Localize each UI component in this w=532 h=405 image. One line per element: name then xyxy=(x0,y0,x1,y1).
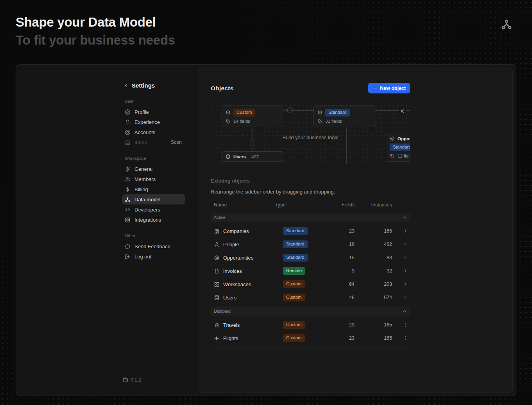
chat-icon xyxy=(125,244,131,249)
instances-count: 203 xyxy=(363,281,401,287)
row-action-button[interactable] xyxy=(401,281,410,287)
sidebar-item-members[interactable]: Members xyxy=(122,174,185,184)
object-row-flights[interactable]: FlightsCustom23165 xyxy=(211,332,410,345)
instances-count: 83 xyxy=(363,255,401,260)
row-action-button[interactable] xyxy=(401,255,410,260)
sidebar-section-label-other: Other xyxy=(125,233,185,238)
soon-badge: Soon xyxy=(171,140,182,145)
sidebar-item-profile[interactable]: Profile xyxy=(122,107,185,117)
sidebar-item-label: Integrations xyxy=(134,217,161,223)
settings-label: Settings xyxy=(132,82,155,89)
object-row-travels[interactable]: TravelsCustom23165 xyxy=(211,318,410,332)
fields-count: 23 xyxy=(336,322,363,328)
instances-count: 32 xyxy=(363,268,401,274)
object-row-workspaces[interactable]: WorkspacesCustom64203 xyxy=(211,278,410,291)
connector-line xyxy=(346,125,347,164)
table-divider xyxy=(211,347,410,348)
object-row-users[interactable]: UsersCustom46674 xyxy=(211,291,410,304)
sidebar-section-label-workspace: Workspace xyxy=(125,156,185,161)
panel-title: Objects xyxy=(211,85,233,92)
type-badge: Custom xyxy=(283,321,305,329)
tag-icon xyxy=(390,154,395,159)
chevron-right-icon xyxy=(403,255,408,260)
object-name: Opportunities xyxy=(223,255,253,261)
canvas-node-opportunities[interactable]: Opportunities Standard 12 fields xyxy=(386,133,410,162)
data-model-icon xyxy=(501,19,512,30)
fields-count: 23 xyxy=(336,335,363,341)
object-name: Workspaces xyxy=(223,281,251,287)
object-name: Flights xyxy=(223,335,238,341)
chevron-up-icon xyxy=(402,309,407,314)
fields-count: 64 xyxy=(336,281,363,287)
type-badge: Remote xyxy=(283,267,305,275)
chevron-right-icon xyxy=(403,268,408,274)
object-row-opportunities[interactable]: OpportunitiesStandard1583 xyxy=(211,251,410,264)
sidebar-item-label: Developers xyxy=(134,207,160,213)
sidebar-item-label: Billing xyxy=(134,186,148,192)
sidebar-item-inbox[interactable]: InboxSoon xyxy=(122,137,185,147)
chevron-right-icon xyxy=(403,281,408,287)
object-row-people[interactable]: PeopleStandard16462 xyxy=(211,238,410,251)
settings-back-button[interactable]: Settings xyxy=(122,82,185,89)
object-row-companies[interactable]: CompaniesStandard23165 xyxy=(211,224,410,238)
instances-count: 462 xyxy=(363,242,401,247)
sidebar-item-billing[interactable]: Billing xyxy=(122,184,185,194)
chevron-right-icon xyxy=(403,242,408,247)
object-count: · 497 xyxy=(249,154,259,159)
new-object-button[interactable]: New object xyxy=(368,83,410,93)
sidebar-item-label: Send Feedback xyxy=(134,244,170,249)
row-action-button[interactable] xyxy=(401,268,410,274)
dollar-icon xyxy=(125,186,131,192)
canvas-node-standard[interactable]: Standard 31 fields xyxy=(313,106,376,127)
canvas-node-users[interactable]: Users · 497 xyxy=(222,151,284,162)
sidebar-item-label: Log out xyxy=(134,254,151,260)
chevron-left-icon xyxy=(123,83,129,88)
canvas-caption: Build your business logic xyxy=(211,134,410,140)
sidebar-item-developers[interactable]: Developers xyxy=(122,204,185,215)
object-name: Opportunities xyxy=(398,136,410,141)
group-label: Disabled xyxy=(214,309,231,314)
kebab-icon xyxy=(403,335,408,341)
sidebar-item-data-model[interactable]: Data model xyxy=(122,194,185,204)
group-header-active[interactable]: Active xyxy=(211,213,410,222)
data-model-canvas[interactable]: Custom 14 fields Standard 31 fields xyxy=(211,103,410,164)
target-icon xyxy=(214,255,220,261)
sidebar-item-general[interactable]: General xyxy=(122,164,185,174)
canvas-node-custom[interactable]: Custom 14 fields xyxy=(222,106,284,127)
object-name: Travels xyxy=(223,322,240,328)
fields-label: 12 fields xyxy=(398,154,410,158)
sidebar-item-label: Inbox xyxy=(134,140,147,145)
group-header-disabled[interactable]: Disabled xyxy=(211,306,410,315)
plus-icon xyxy=(373,86,378,91)
canvas-close-button[interactable] xyxy=(399,108,406,115)
sidebar-item-experience[interactable]: Experience xyxy=(122,117,185,127)
object-row-invoices[interactable]: InvoicesRemote332 xyxy=(211,264,410,278)
fields-count: 3 xyxy=(336,268,363,274)
row-action-button[interactable] xyxy=(401,322,410,328)
fields-count: 23 xyxy=(336,228,363,234)
type-badge: Custom xyxy=(233,109,255,116)
sidebar-item-integrations[interactable]: Integrations xyxy=(122,215,185,225)
sidebar-section-label-user: User xyxy=(125,99,185,104)
row-action-button[interactable] xyxy=(401,228,410,234)
existing-objects-title: Existing objects xyxy=(211,178,410,184)
grid-icon xyxy=(125,217,131,223)
fields-count: 15 xyxy=(336,255,363,260)
sidebar-item-log-out[interactable]: Log out xyxy=(122,251,185,262)
page-header: Shape your Data Model To fit your busine… xyxy=(16,13,513,49)
row-action-button[interactable] xyxy=(401,335,410,341)
box-icon xyxy=(317,110,322,115)
object-name: Invoices xyxy=(223,268,242,274)
row-action-button[interactable] xyxy=(401,295,410,300)
instances-count: 674 xyxy=(363,295,401,300)
sidebar-item-label: Data model xyxy=(134,197,160,202)
sidebar-item-label: Profile xyxy=(134,109,149,115)
bell-icon xyxy=(125,119,131,125)
type-badge: Standard xyxy=(283,227,308,235)
row-action-button[interactable] xyxy=(401,242,410,247)
type-badge: Standard xyxy=(325,109,350,116)
sidebar-item-send-feedback[interactable]: Send Feedback xyxy=(122,241,185,251)
sidebar-item-accounts[interactable]: Accounts xyxy=(122,127,185,137)
instances-count: 165 xyxy=(363,335,401,341)
object-name: Users xyxy=(233,154,246,159)
